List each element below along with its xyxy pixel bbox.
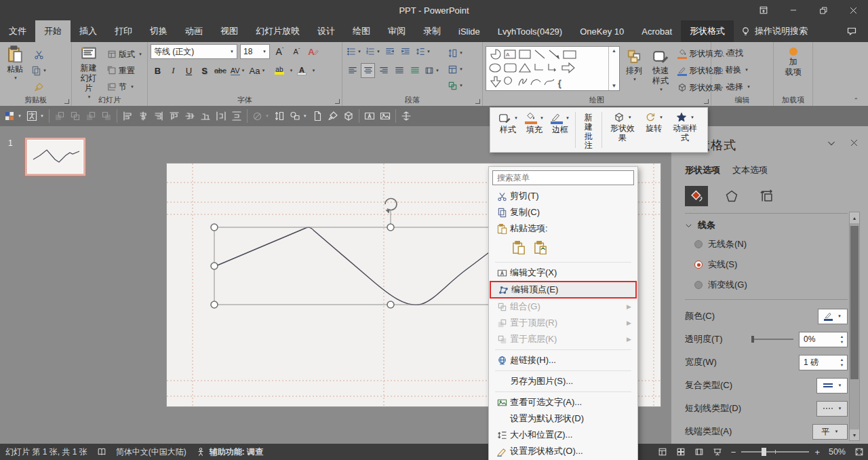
width-spinner[interactable]: 1 磅▲▼ [799, 355, 848, 370]
menu-item-cut[interactable]: 剪切(T) [490, 188, 637, 204]
slide-counter[interactable]: 幻灯片 第 1 张, 共 1 张 [5, 446, 87, 458]
slide-sorter-button[interactable] [676, 447, 686, 457]
menu-item-edit-points[interactable]: 编辑顶点(E) [490, 281, 637, 299]
italic-button[interactable]: I [166, 63, 180, 78]
find-button[interactable]: 查找 [714, 45, 770, 60]
quickbar-align-left[interactable] [122, 111, 133, 121]
language-button[interactable]: 简体中文(中国大陆) [116, 446, 186, 458]
line-color-button[interactable]: ▼ [818, 309, 848, 324]
line-section-header[interactable]: 线条 [685, 219, 848, 231]
zoom-slider-thumb[interactable] [762, 448, 766, 456]
paste-button[interactable]: 粘贴 ▼ [3, 44, 27, 95]
pane-close-icon[interactable] [850, 138, 859, 148]
tab-animations[interactable]: 动画 [176, 20, 212, 42]
zoom-out-button[interactable]: − [731, 447, 736, 457]
menu-search-input[interactable] [492, 170, 634, 185]
tab-slideshow[interactable]: 幻灯片放映 [247, 20, 309, 42]
select-button[interactable]: 选择▼ [714, 79, 770, 94]
text-shadow-button[interactable]: S [197, 63, 212, 78]
increase-indent-button[interactable] [399, 44, 413, 59]
underline-button[interactable]: U [182, 63, 196, 78]
comments-button[interactable] [835, 20, 868, 42]
size-properties-icon[interactable] [755, 186, 778, 206]
grow-font-button[interactable]: Aˆ [273, 44, 287, 59]
tab-print[interactable]: 打印 [106, 20, 141, 42]
quickbar-theme-colors[interactable]: ▼ [4, 111, 22, 121]
zoom-slider[interactable] [741, 451, 809, 453]
mini-rotate-button[interactable]: ▼ 旋转 [641, 111, 667, 149]
tab-transitions[interactable]: 切换 [141, 20, 176, 42]
fit-to-window-button[interactable] [854, 447, 864, 457]
quickbar-align-middle[interactable] [184, 111, 195, 121]
quick-styles-button[interactable]: 快速样式▼ [648, 44, 673, 95]
radio-no-line[interactable]: 无线条(N) [694, 238, 848, 250]
section-button[interactable]: 节▼ [105, 79, 144, 94]
quickbar-align-right[interactable] [153, 111, 164, 121]
compound-type-dropdown[interactable]: ▼ [816, 378, 848, 394]
paste-as-picture-button[interactable] [532, 239, 549, 256]
distribute-button[interactable] [408, 63, 422, 78]
numbering-button[interactable]: ▼ [364, 44, 382, 59]
normal-view-button[interactable] [658, 447, 667, 457]
tab-onekey[interactable]: OneKey 10 [571, 20, 633, 42]
tab-islide[interactable]: iSlide [450, 20, 489, 42]
tab-design[interactable]: 设计 [309, 20, 344, 42]
scrollbar-thumb[interactable] [850, 226, 859, 379]
slideshow-button[interactable] [713, 447, 722, 457]
tab-view[interactable]: 视图 [212, 20, 247, 42]
minimize-button[interactable] [778, 0, 808, 20]
quickbar-align-center-v[interactable] [138, 111, 149, 121]
radio-solid-line[interactable]: 实线(S) [694, 258, 848, 271]
font-name-combo[interactable]: 等线 (正文)▼ [151, 44, 237, 59]
fill-line-icon[interactable] [685, 186, 708, 206]
font-size-combo[interactable]: 18▼ [240, 44, 270, 59]
clipboard-dialog-launcher[interactable] [64, 99, 69, 104]
dash-type-dropdown[interactable]: ▼ [816, 401, 848, 417]
tab-file[interactable]: 文件 [0, 20, 35, 42]
menu-item-size-position[interactable]: 大小和位置(Z)... [490, 427, 637, 443]
tab-record[interactable]: 录制 [414, 20, 450, 42]
tab-insert[interactable]: 插入 [71, 20, 106, 42]
change-case-button[interactable]: Aa▼ [248, 63, 267, 78]
paragraph-dialog-launcher[interactable] [475, 99, 480, 104]
addins-button[interactable]: 加 载项 [782, 44, 805, 95]
tab-home[interactable]: 开始 [35, 20, 71, 42]
align-text-button[interactable]: ▼ [446, 62, 465, 77]
font-color-button[interactable]: A [294, 63, 309, 78]
zoom-in-button[interactable]: + [814, 447, 820, 457]
collapse-ribbon-chevron[interactable]: ⌃ [853, 97, 859, 104]
pane-tab-shape-options[interactable]: 形状选项 [685, 164, 720, 176]
tab-acrobat[interactable]: Acrobat [633, 20, 681, 42]
quickbar-merge-shapes[interactable]: ▼ [290, 111, 307, 121]
quickbar-animation-painter[interactable] [328, 111, 338, 121]
decrease-indent-button[interactable] [383, 44, 397, 59]
paste-keep-formatting-button[interactable] [510, 239, 528, 256]
quickbar-3d-model[interactable] [343, 111, 354, 121]
character-spacing-button[interactable]: AV▼ [229, 63, 247, 78]
clear-formatting-button[interactable]: A [307, 44, 321, 59]
transparency-slider[interactable] [751, 339, 793, 340]
mini-border-button[interactable]: ▼ 边框 [547, 111, 573, 149]
text-direction-button[interactable]: ▼ [446, 45, 465, 60]
tab-review[interactable]: 审阅 [379, 20, 414, 42]
menu-item-edit-text[interactable]: 编辑文字(X) [490, 265, 637, 281]
convert-smartart-button[interactable]: ▼ [446, 78, 465, 93]
bold-button[interactable]: B [151, 63, 165, 78]
radio-gradient-line[interactable]: 渐变线(G) [694, 279, 848, 291]
highlight-color-button[interactable]: ab [272, 63, 286, 78]
quickbar-translate[interactable]: ▼ [26, 111, 44, 121]
arrange-button[interactable]: 排列▼ [623, 44, 646, 95]
tell-me-search[interactable]: 操作说明搜索 [734, 20, 814, 42]
scroll-down-icon[interactable]: ▼ [850, 429, 859, 440]
tab-shape-format[interactable]: 形状格式 [681, 20, 734, 42]
mini-style-button[interactable]: ▼ 样式 [494, 111, 521, 149]
new-slide-button[interactable]: 新建 幻灯片 ▼ [75, 44, 102, 95]
menu-item-set-default-shape[interactable]: 设置为默认形状(D) [490, 410, 637, 427]
mini-new-comment-button[interactable]: 新建 批注 [578, 111, 599, 149]
quickbar-distribute-h[interactable] [216, 111, 226, 121]
reset-button[interactable]: 重置 [105, 63, 144, 78]
bullets-button[interactable]: ▼ [345, 44, 363, 59]
cap-type-dropdown[interactable]: 平▼ [812, 424, 848, 440]
ribbon-display-options-button[interactable] [749, 0, 778, 20]
pane-chevron-down-icon[interactable] [827, 138, 836, 148]
